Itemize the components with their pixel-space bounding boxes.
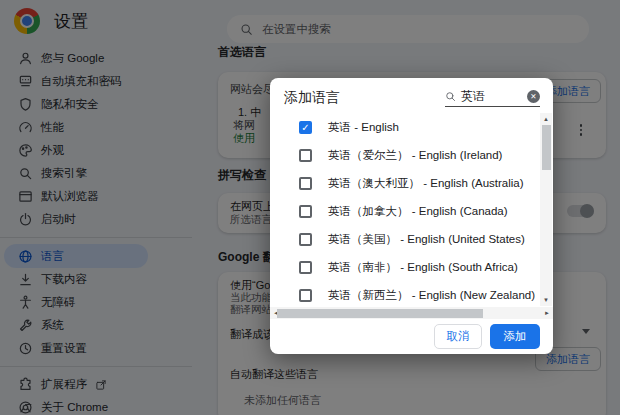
language-option-english-new-zealand[interactable]: 英语（新西兰） - English (New Zealand) bbox=[270, 281, 540, 309]
checkbox-icon[interactable] bbox=[299, 261, 312, 274]
language-search-value: 英语 bbox=[461, 88, 522, 105]
clear-search-icon[interactable] bbox=[527, 90, 540, 103]
add-button[interactable]: 添加 bbox=[490, 324, 540, 349]
checkbox-icon[interactable] bbox=[299, 149, 312, 162]
language-option-english-south-africa[interactable]: 英语（南非） - English (South Africa) bbox=[270, 253, 540, 281]
vertical-scrollbar-thumb[interactable] bbox=[542, 125, 551, 170]
checkbox-icon[interactable] bbox=[299, 289, 312, 302]
dialog-title: 添加语言 bbox=[284, 89, 340, 107]
scroll-up-icon[interactable]: ▲ bbox=[540, 113, 552, 125]
search-icon bbox=[445, 91, 456, 102]
checkbox-icon[interactable] bbox=[299, 205, 312, 218]
cancel-button[interactable]: 取消 bbox=[434, 324, 482, 349]
checkbox-icon[interactable] bbox=[299, 177, 312, 190]
horizontal-scrollbar-thumb[interactable] bbox=[277, 309, 483, 318]
vertical-scrollbar[interactable]: ▲ ▼ bbox=[540, 113, 552, 306]
language-option-english-ireland[interactable]: 英语（爱尔兰） - English (Ireland) bbox=[270, 141, 540, 169]
add-language-dialog: 添加语言 英语 英语 - English 英语（爱尔兰） - English (… bbox=[270, 78, 553, 354]
language-option-english-australia[interactable]: 英语（澳大利亚） - English (Australia) bbox=[270, 169, 540, 197]
checkbox-icon[interactable] bbox=[299, 233, 312, 246]
language-option-english[interactable]: 英语 - English bbox=[270, 113, 540, 141]
language-list: 英语 - English 英语（爱尔兰） - English (Ireland)… bbox=[270, 113, 540, 309]
chrome-settings-window: 设置 您与 Google 自动填充和密码 隐私和安全 性能 外观 bbox=[0, 0, 620, 415]
checkbox-icon[interactable] bbox=[299, 121, 312, 134]
scroll-down-icon[interactable]: ▼ bbox=[540, 294, 552, 306]
dialog-footer: 取消 添加 bbox=[270, 319, 553, 354]
language-option-english-united-states[interactable]: 英语（美国） - English (United States) bbox=[270, 225, 540, 253]
horizontal-scrollbar[interactable]: ◄ ► bbox=[270, 307, 553, 319]
scroll-right-icon[interactable]: ► bbox=[541, 307, 553, 319]
language-option-english-canada[interactable]: 英语（加拿大） - English (Canada) bbox=[270, 197, 540, 225]
language-search-input[interactable]: 英语 bbox=[445, 87, 540, 107]
